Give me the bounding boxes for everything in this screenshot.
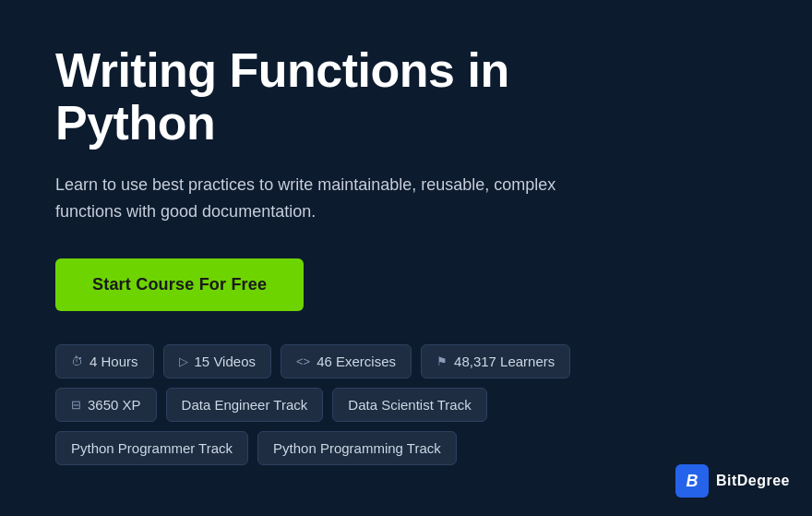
learners-badge: ⚑ 48,317 Learners: [421, 344, 570, 378]
xp-badge: ⊟ 3650 XP: [55, 388, 157, 422]
xp-icon: ⊟: [71, 398, 81, 412]
videos-badge: ▷ 15 Videos: [163, 344, 271, 378]
bitdegree-logo-text: BitDegree: [716, 473, 790, 489]
play-icon: ▷: [179, 354, 188, 368]
code-icon: <>: [296, 354, 310, 368]
exercises-badge: <> 46 Exercises: [281, 344, 412, 378]
bitdegree-logo-icon: B: [675, 464, 709, 498]
people-icon: ⚑: [436, 354, 448, 368]
main-content: Writing Functions in Python Learn to use…: [0, 0, 664, 502]
clock-icon: ⏱: [71, 354, 83, 368]
bitdegree-logo: B BitDegree: [675, 464, 790, 498]
python-programmer-track-badge[interactable]: Python Programmer Track: [55, 431, 248, 465]
course-description: Learn to use best practices to write mai…: [55, 172, 572, 225]
python-programming-track-badge[interactable]: Python Programming Track: [257, 431, 457, 465]
data-scientist-track-badge[interactable]: Data Scientist Track: [332, 388, 486, 422]
hours-badge: ⏱ 4 Hours: [55, 344, 154, 378]
badges-container: ⏱ 4 Hours ▷ 15 Videos <> 46 Exercises ⚑ …: [55, 344, 609, 465]
start-course-button[interactable]: Start Course For Free: [55, 258, 304, 311]
course-title: Writing Functions in Python: [55, 44, 609, 150]
data-engineer-track-badge[interactable]: Data Engineer Track: [166, 388, 324, 422]
